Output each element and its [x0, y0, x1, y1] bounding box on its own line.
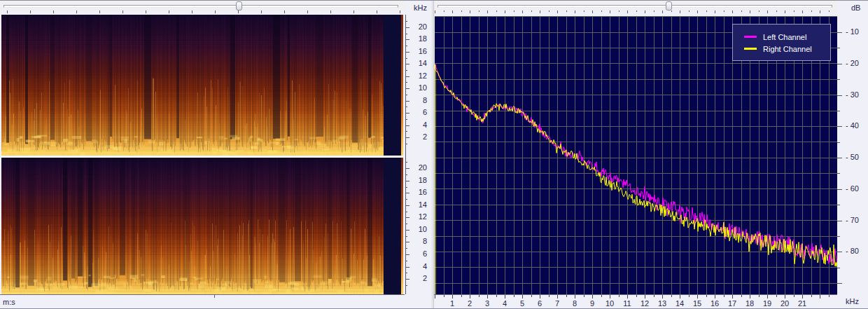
tick-label: 20 — [778, 299, 792, 308]
slider-tick — [122, 11, 123, 13]
slider-tick — [549, 11, 550, 12]
slider-tick — [706, 11, 707, 12]
freq-tick — [794, 295, 794, 297]
slider-tick — [435, 11, 435, 13]
slider-tick — [30, 11, 31, 13]
tick-label: 6 — [409, 108, 427, 116]
db-tick — [837, 64, 842, 64]
time-axis-strip: m:s — [0, 294, 433, 309]
tick-label: 2 — [463, 299, 477, 308]
tick-label: 19 — [760, 299, 774, 308]
freq-tick — [405, 82, 407, 83]
freq-tick — [557, 295, 558, 298]
db-tick — [837, 173, 840, 174]
spectrum-frequency-axis: 123456789101112131415161718192021 — [434, 294, 837, 309]
slider-tick — [514, 11, 514, 12]
tick-label: 17 — [725, 299, 739, 308]
tick-label: 8 — [409, 237, 427, 245]
freq-tick — [405, 58, 407, 59]
freq-tick — [531, 295, 532, 297]
tick-label: 8 — [409, 96, 427, 104]
freq-tick — [522, 295, 523, 298]
tick-label: - 10 — [846, 27, 867, 36]
slider-tick — [540, 11, 540, 13]
legend-item-left-channel: Left Channel — [744, 31, 830, 43]
tick-label: 3 — [480, 299, 494, 308]
freq-tick — [601, 295, 602, 297]
slider-tick — [741, 11, 742, 12]
spectrum-legend: Left Channel Right Channel — [732, 24, 831, 61]
freq-tick — [405, 187, 407, 188]
bottom-axis-unit-label: kHz — [846, 297, 859, 305]
tick-label: 12 — [409, 71, 427, 80]
freq-tick — [575, 295, 575, 298]
time-axis-tick — [214, 295, 215, 298]
freq-tick — [405, 236, 407, 237]
slider-tick — [610, 11, 610, 13]
freq-tick — [592, 295, 593, 298]
slider-tick — [566, 11, 567, 12]
zoom-slider-track[interactable] — [4, 5, 398, 8]
freq-tick — [610, 295, 610, 298]
freq-tick — [444, 295, 444, 297]
freq-tick — [750, 295, 750, 298]
freq-tick — [405, 162, 407, 163]
freq-tick — [627, 295, 628, 298]
tick-label: 9 — [585, 299, 599, 308]
db-tick — [837, 268, 840, 268]
freq-tick — [829, 295, 830, 297]
tick-label: - 70 — [846, 216, 867, 224]
slider-tick — [479, 11, 479, 12]
slider-tick — [697, 11, 698, 13]
freq-tick — [405, 199, 407, 200]
freq-tick — [470, 295, 470, 298]
tick-label: 14 — [409, 59, 427, 67]
slider-tick — [584, 11, 584, 12]
spectrogram-right-channel[interactable] — [1, 158, 403, 294]
db-tick — [837, 236, 840, 237]
freq-tick — [435, 295, 435, 298]
slider-tick — [750, 11, 750, 13]
freq-tick — [405, 273, 407, 273]
freq-tick — [680, 295, 680, 298]
db-tick — [837, 205, 840, 205]
slider-tick — [575, 11, 575, 13]
tick-label: 8 — [568, 299, 582, 308]
slider-tick — [767, 11, 768, 13]
slider-tick — [662, 11, 663, 13]
spectrogram-frequency-axis: kHz 24681012141618202468101214161820 — [405, 1, 433, 309]
freq-tick — [405, 70, 407, 71]
slider-tick — [689, 11, 690, 12]
freq-tick — [405, 119, 407, 120]
freq-tick — [405, 261, 407, 261]
frequency-axis-unit-label: kHz — [409, 4, 427, 12]
spectrogram-left-channel[interactable] — [1, 15, 403, 156]
slider-tick — [496, 11, 497, 12]
db-tick — [837, 252, 842, 252]
slider-tick — [76, 11, 77, 13]
slider-tick — [444, 11, 444, 12]
zoom-slider-thumb[interactable] — [236, 1, 242, 11]
slider-tick — [592, 11, 593, 13]
tick-label: 7 — [550, 299, 564, 308]
time-axis-unit-label: m:s — [3, 298, 15, 306]
slider-tick — [169, 11, 169, 13]
freq-tick — [505, 295, 505, 298]
freq-tick — [496, 295, 497, 297]
freq-tick — [405, 95, 407, 95]
legend-label: Left Channel — [763, 33, 806, 41]
zoom-slider-thumb[interactable] — [666, 1, 672, 11]
tick-label: 18 — [743, 299, 757, 308]
left-channel-line-swatch — [744, 36, 757, 38]
tick-label: 12 — [409, 212, 427, 221]
frequency-analysis-panel: Left Channel Right Channel 1234567891011… — [434, 1, 868, 309]
freq-tick — [776, 295, 777, 297]
slider-tick — [811, 11, 812, 12]
freq-tick — [405, 107, 407, 107]
zoom-slider-track[interactable] — [438, 5, 832, 8]
tick-label: 10 — [409, 83, 427, 92]
spectrum-db-axis: dB kHz - 10- 20- 30- 40- 50- 60- 70- 80 — [837, 1, 868, 309]
tick-label: 13 — [655, 299, 669, 308]
db-tick — [837, 111, 840, 111]
slider-tick — [619, 11, 620, 12]
